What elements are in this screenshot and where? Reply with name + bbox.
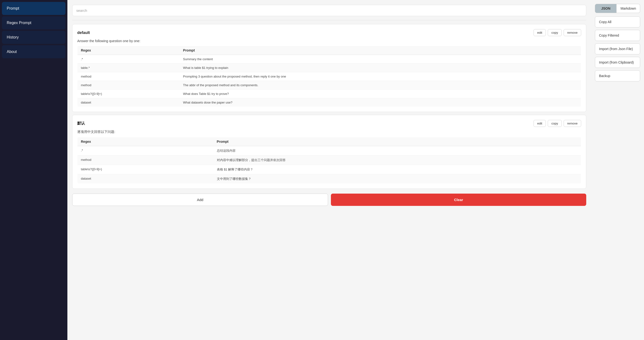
col-prompt-en: Prompt [180,46,581,55]
regex-cell: table\s?([0-9]+) [78,90,180,98]
divider [72,20,586,20]
add-button[interactable]: Add [72,194,328,206]
table-row: table\s?([0-9]+)What does Table $1 try t… [78,90,581,98]
table-row: table.*What is table $1 trying to explai… [78,64,581,72]
prompt-cell: 总结这段内容 [214,146,581,156]
regex-cell: .* [78,146,214,156]
markdown-format-btn[interactable]: Markdown [616,4,640,13]
backup-button[interactable]: Backup [595,70,640,81]
prompt-cell: Prompting 3 question about the proposed … [180,72,581,81]
edit-btn-zh[interactable]: edit [534,120,546,127]
table-row: datasetWhat datasets dose the paper use? [78,98,581,107]
right-panel: JSON Markdown Copy All Copy Filtered Imp… [591,0,644,340]
copy-all-button[interactable]: Copy All [595,16,640,28]
main-area: default edit copy remove Answer the foll… [68,0,644,340]
sidebar-item-history[interactable]: History [2,31,66,44]
import-clipboard-button[interactable]: Import (from Clipboard) [595,57,640,68]
card-description-en: Answer the following question one by one… [77,39,581,43]
card-header-zh: 默认 edit copy remove [77,120,581,127]
prompt-cell: What datasets dose the paper use? [180,98,581,107]
col-regex-zh: Regex [78,137,214,146]
prompt-card-default-en: default edit copy remove Answer the foll… [72,24,586,112]
center-panel: default edit copy remove Answer the foll… [68,0,591,340]
regex-cell: table\s?([0-9]+) [78,165,214,174]
import-json-button[interactable]: Import (from Json File) [595,43,640,55]
regex-cell: method [78,81,180,90]
table-row: table\s?([0-9]+)表格 $1 解释了哪些内容？ [78,165,581,174]
card-actions-zh: edit copy remove [534,120,581,127]
remove-btn-en[interactable]: remove [564,29,581,36]
card-actions-en: edit copy remove [534,29,581,36]
json-format-btn[interactable]: JSON [595,4,616,13]
sidebar-item-regex-prompt[interactable]: Regex Prompt [2,16,66,29]
regex-cell: method [78,156,214,165]
table-row: methodThe abbr of the proposed method an… [78,81,581,90]
prompt-cell: 文中用到了哪些数据集？ [214,174,581,184]
remove-btn-zh[interactable]: remove [564,120,581,127]
prompt-table-en: Regex Prompt .*Summary the contenttable.… [77,46,581,107]
card-description-zh: 逐项用中文回答以下问题: [77,130,581,134]
prompt-table-zh: Regex Prompt .*总结这段内容method对内容中难以理解部分，提出… [77,137,581,184]
copy-btn-en[interactable]: copy [548,29,562,36]
table-row: dataset文中用到了哪些数据集？ [78,174,581,184]
clear-button[interactable]: Clear [331,194,586,206]
search-input[interactable] [72,5,586,16]
table-row: .*Summary the content [78,55,581,64]
regex-cell: dataset [78,174,214,184]
col-prompt-zh: Prompt [214,137,581,146]
copy-btn-zh[interactable]: copy [548,120,562,127]
regex-cell: dataset [78,98,180,107]
card-title-zh: 默认 [77,121,85,126]
bottom-actions: Add Clear [72,194,586,206]
prompt-cell: The abbr of the proposed method and its … [180,81,581,90]
prompt-cell: 对内容中难以理解部分，提出三个问题并依次回答 [214,156,581,165]
col-regex-en: Regex [78,46,180,55]
table-row: method对内容中难以理解部分，提出三个问题并依次回答 [78,156,581,165]
prompt-cell: Summary the content [180,55,581,64]
prompt-cell: 表格 $1 解释了哪些内容？ [214,165,581,174]
regex-cell: method [78,72,180,81]
regex-cell: .* [78,55,180,64]
copy-filtered-button[interactable]: Copy Filtered [595,30,640,41]
edit-btn-en[interactable]: edit [534,29,546,36]
sidebar-item-prompt[interactable]: Prompt [2,2,66,15]
prompt-cell: What does Table $1 try to prove? [180,90,581,98]
table-row: .*总结这段内容 [78,146,581,156]
sidebar: Prompt Regex Prompt History About [0,0,68,340]
card-header-en: default edit copy remove [77,29,581,36]
table-row: methodPrompting 3 question about the pro… [78,72,581,81]
format-toggle: JSON Markdown [595,4,640,13]
prompt-cell: What is table $1 trying to explain [180,64,581,72]
prompt-card-default-zh: 默认 edit copy remove 逐项用中文回答以下问题: Regex P… [72,115,586,189]
regex-cell: table.* [78,64,180,72]
card-title-en: default [77,31,90,35]
sidebar-item-about[interactable]: About [2,45,66,58]
